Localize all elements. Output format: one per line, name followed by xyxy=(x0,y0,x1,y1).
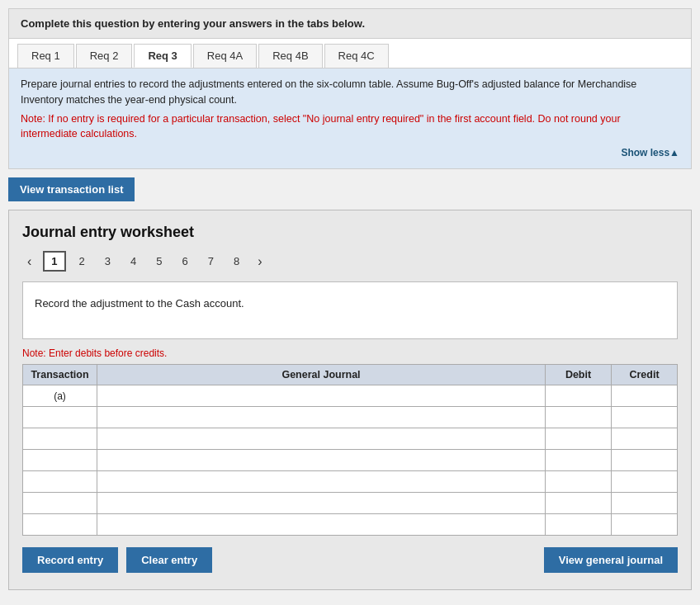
journal-entry-worksheet: Journal entry worksheet ‹ 1 2 3 4 5 6 7 … xyxy=(8,210,692,590)
view-transaction-list-button[interactable]: View transaction list xyxy=(8,177,135,201)
debit-input-6[interactable] xyxy=(546,493,611,513)
view-general-journal-button[interactable]: View general journal xyxy=(544,547,678,573)
general-journal-input-4[interactable] xyxy=(97,450,545,470)
description-box: Record the adjustment to the Cash accoun… xyxy=(22,281,678,339)
instruction-red-note: Note: If no entry is required for a part… xyxy=(21,111,679,143)
general-journal-input-7[interactable] xyxy=(97,514,545,535)
col-header-general-journal: General Journal xyxy=(97,365,546,385)
debit-cell-7[interactable] xyxy=(546,514,612,536)
prev-page-arrow[interactable]: ‹ xyxy=(22,253,36,271)
debit-input-7[interactable] xyxy=(546,514,611,535)
transaction-cell-5 xyxy=(23,471,97,493)
col-header-transaction: Transaction xyxy=(23,365,97,385)
debit-cell-5[interactable] xyxy=(546,471,612,493)
page-1[interactable]: 1 xyxy=(43,251,65,272)
credit-cell-5[interactable] xyxy=(612,471,678,493)
page-2[interactable]: 2 xyxy=(73,253,92,270)
table-row xyxy=(23,514,678,536)
credit-input-3[interactable] xyxy=(612,428,677,449)
credit-cell-4[interactable] xyxy=(612,450,678,471)
debit-cell-1[interactable] xyxy=(546,385,612,407)
page-8[interactable]: 8 xyxy=(227,253,246,270)
general-journal-cell-2[interactable] xyxy=(97,407,546,428)
top-instruction-text: Complete this question by entering your … xyxy=(21,17,365,30)
credit-input-2[interactable] xyxy=(612,407,677,428)
general-journal-cell-3[interactable] xyxy=(97,428,546,450)
table-row xyxy=(23,493,678,514)
credit-cell-6[interactable] xyxy=(612,493,678,514)
general-journal-cell-4[interactable] xyxy=(97,450,546,471)
general-journal-input-3[interactable] xyxy=(97,428,545,449)
credit-input-1[interactable] xyxy=(612,385,677,406)
col-header-credit: Credit xyxy=(612,365,678,385)
general-journal-cell-5[interactable] xyxy=(97,471,546,493)
show-less-label: Show less xyxy=(621,147,669,158)
record-entry-label: Record entry xyxy=(37,554,103,566)
general-journal-cell-7[interactable] xyxy=(97,514,546,536)
transaction-cell-3 xyxy=(23,428,97,450)
tab-req3[interactable]: Req 3 xyxy=(134,44,191,68)
table-row xyxy=(23,450,678,471)
page-navigation: ‹ 1 2 3 4 5 6 7 8 › xyxy=(22,251,678,272)
credit-input-5[interactable] xyxy=(612,471,677,492)
view-general-journal-label: View general journal xyxy=(559,554,663,566)
action-buttons: Record entry Clear entry View general jo… xyxy=(22,547,678,573)
credit-cell-1[interactable] xyxy=(612,385,678,407)
table-row xyxy=(23,471,678,493)
clear-entry-button[interactable]: Clear entry xyxy=(126,547,212,573)
credit-input-6[interactable] xyxy=(612,493,677,513)
journal-table: Transaction General Journal Debit Credit… xyxy=(22,364,678,536)
transaction-cell-6 xyxy=(23,493,97,514)
credit-input-7[interactable] xyxy=(612,514,677,535)
credit-cell-2[interactable] xyxy=(612,407,678,428)
tab-req1[interactable]: Req 1 xyxy=(17,44,74,68)
credit-input-4[interactable] xyxy=(612,450,677,470)
general-journal-input-6[interactable] xyxy=(97,493,545,513)
instruction-main-text: Prepare journal entries to record the ad… xyxy=(21,77,679,108)
record-entry-button[interactable]: Record entry xyxy=(22,547,118,573)
credit-cell-3[interactable] xyxy=(612,428,678,450)
general-journal-cell-1[interactable] xyxy=(97,385,546,407)
debit-cell-2[interactable] xyxy=(546,407,612,428)
table-row xyxy=(23,407,678,428)
credit-cell-7[interactable] xyxy=(612,514,678,536)
tab-req4a[interactable]: Req 4A xyxy=(193,44,257,68)
debit-input-1[interactable] xyxy=(546,385,611,406)
next-page-arrow[interactable]: › xyxy=(253,253,267,271)
table-row xyxy=(23,428,678,450)
tab-req4c[interactable]: Req 4C xyxy=(324,44,389,68)
table-row: (a) xyxy=(23,385,678,407)
show-less-control[interactable]: Show less▲ xyxy=(21,145,679,160)
transaction-cell-7 xyxy=(23,514,97,536)
page-4[interactable]: 4 xyxy=(124,253,143,270)
transaction-cell-4 xyxy=(23,450,97,471)
transaction-cell-1: (a) xyxy=(23,385,97,407)
debit-cell-4[interactable] xyxy=(546,450,612,471)
tab-req4b[interactable]: Req 4B xyxy=(258,44,322,68)
worksheet-title: Journal entry worksheet xyxy=(22,224,678,241)
debit-input-4[interactable] xyxy=(546,450,611,470)
instruction-box: Prepare journal entries to record the ad… xyxy=(8,69,692,169)
page-5[interactable]: 5 xyxy=(149,253,168,270)
view-transaction-btn-label: View transaction list xyxy=(20,183,123,196)
general-journal-input-1[interactable] xyxy=(97,385,545,406)
debit-cell-6[interactable] xyxy=(546,493,612,514)
general-journal-input-2[interactable] xyxy=(97,407,545,428)
debit-input-5[interactable] xyxy=(546,471,611,492)
debit-cell-3[interactable] xyxy=(546,428,612,450)
tab-req2[interactable]: Req 2 xyxy=(76,44,133,68)
debit-input-2[interactable] xyxy=(546,407,611,428)
page-3[interactable]: 3 xyxy=(98,253,117,270)
debit-input-3[interactable] xyxy=(546,428,611,449)
transaction-cell-2 xyxy=(23,407,97,428)
clear-entry-label: Clear entry xyxy=(141,554,197,566)
page-6[interactable]: 6 xyxy=(176,253,195,270)
col-header-debit: Debit xyxy=(546,365,612,385)
description-text: Record the adjustment to the Cash accoun… xyxy=(35,297,244,310)
page-7[interactable]: 7 xyxy=(201,253,220,270)
general-journal-input-5[interactable] xyxy=(97,471,545,492)
top-instruction: Complete this question by entering your … xyxy=(8,8,692,39)
general-journal-cell-6[interactable] xyxy=(97,493,546,514)
note-debits: Note: Enter debits before credits. xyxy=(22,347,678,359)
tabs-row: Req 1 Req 2 Req 3 Req 4A Req 4B Req 4C xyxy=(8,39,692,69)
